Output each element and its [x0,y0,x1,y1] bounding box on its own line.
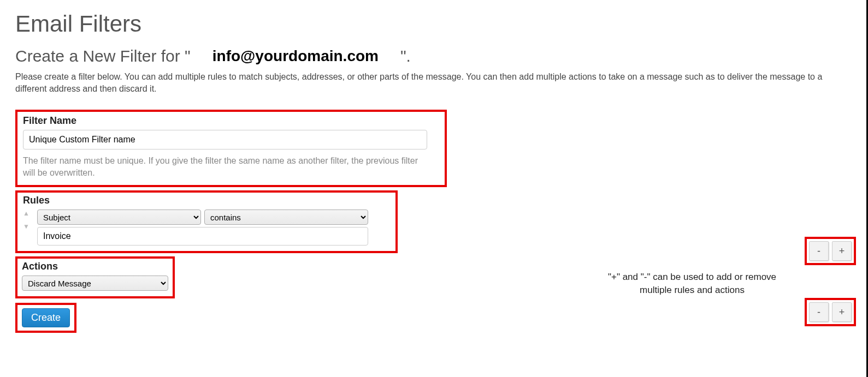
arrow-down-icon[interactable]: ▼ [23,224,29,229]
page-description: Please create a filter below. You can ad… [15,71,853,94]
action-plus-minus-row: - + [805,298,856,326]
rule-value-input[interactable] [37,227,368,246]
create-button[interactable]: Create [22,308,70,327]
action-select[interactable]: Discard Message [22,276,168,291]
rule-field-select[interactable]: Subject [37,210,201,225]
filter-name-help: The filter name must be unique. If you g… [23,155,427,178]
create-section: Create [15,303,76,333]
page-title: Email Filters [15,11,853,37]
rules-label: Rules [23,195,390,206]
remove-action-button[interactable]: - [809,302,829,322]
filter-name-section: Filter Name The filter name must be uniq… [15,110,447,187]
add-action-button[interactable]: + [832,302,852,322]
filter-name-input[interactable] [23,130,427,149]
arrow-up-icon[interactable]: ▲ [23,211,29,216]
subtitle-prefix: Create a New Filter for " [15,47,191,65]
actions-label: Actions [22,261,168,272]
remove-rule-button[interactable]: - [809,241,829,261]
subtitle-suffix: ". [400,47,411,65]
page-subtitle: Create a New Filter for " info@yourdomai… [15,47,853,65]
side-hint-text: "+" and "-" can be used to add or remove… [594,271,790,297]
rules-section: Rules ▲ ▼ Subject contains [15,190,398,253]
rule-operator-select[interactable]: contains [204,210,368,225]
add-rule-button[interactable]: + [832,241,852,261]
rule-plus-minus-row: - + [805,237,856,265]
subtitle-email: info@yourdomain.com [191,47,400,65]
actions-section: Actions Discard Message [15,256,175,298]
rule-sort-arrows[interactable]: ▲ ▼ [23,211,29,229]
filter-name-label: Filter Name [23,115,439,127]
